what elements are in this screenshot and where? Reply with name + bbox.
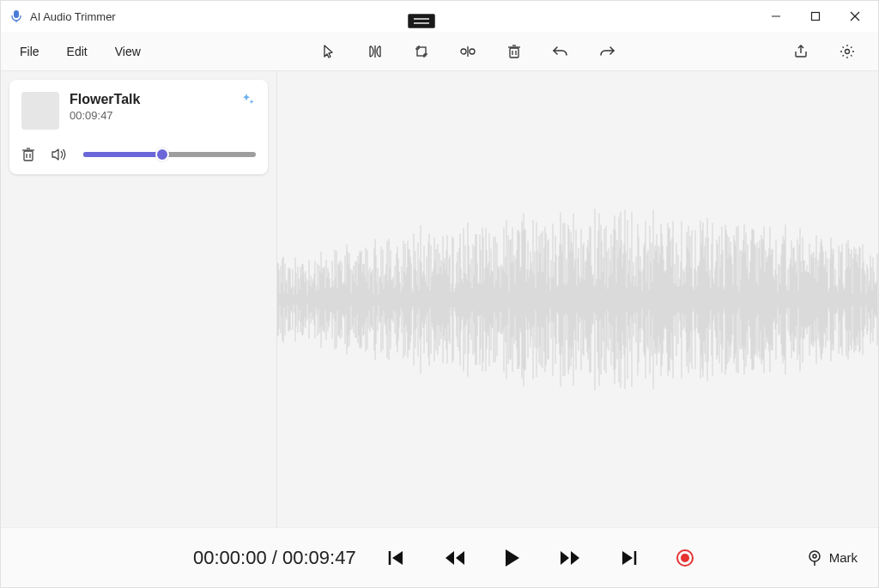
crop-tool-button[interactable]	[404, 36, 439, 67]
clip-thumbnail	[21, 92, 59, 130]
delete-tool-button[interactable]	[497, 36, 531, 67]
rewind-button[interactable]	[444, 550, 466, 566]
redo-button[interactable]	[590, 36, 624, 67]
settings-button[interactable]	[830, 36, 864, 67]
crop-tooltip	[408, 14, 435, 28]
svg-point-31	[809, 551, 820, 561]
time-position: 00:00:00	[193, 547, 267, 568]
record-button[interactable]	[676, 549, 694, 567]
time-display: 00:00:00 / 00:09:47	[193, 547, 356, 569]
mark-button[interactable]: Mark	[807, 549, 858, 567]
app-mic-icon	[9, 9, 23, 23]
undo-button[interactable]	[543, 36, 578, 67]
split-tool-button[interactable]	[358, 36, 392, 67]
mark-label: Mark	[829, 550, 858, 565]
play-button[interactable]	[504, 549, 521, 567]
ai-sparkle-icon	[240, 92, 256, 107]
sidebar: FlowerTalk 00:09:47	[1, 71, 277, 527]
clip-delete-icon[interactable]	[21, 147, 35, 162]
menu-view[interactable]: View	[103, 39, 153, 64]
share-button[interactable]	[784, 36, 818, 67]
menu-file[interactable]: File	[8, 39, 52, 64]
mark-pin-icon	[807, 549, 822, 567]
skip-start-button[interactable]	[387, 549, 406, 567]
volume-fill	[83, 152, 162, 157]
svg-rect-22	[24, 151, 33, 161]
minimize-button[interactable]	[756, 3, 796, 30]
volume-thumb[interactable]	[155, 148, 169, 161]
svg-point-12	[461, 49, 466, 54]
svg-point-32	[813, 555, 816, 558]
menu-edit[interactable]: Edit	[55, 39, 100, 64]
svg-rect-0	[14, 10, 19, 18]
skip-end-button[interactable]	[619, 549, 638, 567]
transport-controls	[387, 549, 694, 567]
close-button[interactable]	[835, 3, 875, 30]
svg-rect-15	[510, 48, 518, 58]
time-total: 00:09:47	[282, 547, 356, 568]
maximize-button[interactable]	[796, 3, 835, 30]
volume-slider[interactable]	[83, 152, 256, 157]
volume-icon[interactable]	[51, 148, 68, 161]
fast-forward-button[interactable]	[559, 550, 581, 566]
svg-point-21	[846, 49, 850, 53]
waveform-canvas[interactable]	[277, 179, 878, 420]
svg-point-14	[470, 49, 475, 54]
svg-rect-3	[812, 13, 820, 21]
titlebar: AI Audio Trimmer	[1, 1, 878, 32]
toolbar	[312, 36, 624, 67]
playbar: 00:00:00 / 00:09:47 Mark	[1, 527, 878, 587]
menubar: File Edit View	[1, 32, 878, 71]
clip-card[interactable]: FlowerTalk 00:09:47	[9, 80, 268, 174]
silence-tool-button[interactable]	[451, 36, 485, 67]
waveform-area[interactable]	[277, 71, 878, 527]
cursor-tool-button[interactable]	[312, 36, 346, 67]
clip-title: FlowerTalk	[70, 92, 230, 107]
clip-duration: 00:09:47	[70, 109, 230, 122]
workspace: FlowerTalk 00:09:47	[1, 71, 878, 527]
svg-point-30	[681, 554, 689, 562]
window-title: AI Audio Trimmer	[30, 10, 116, 23]
